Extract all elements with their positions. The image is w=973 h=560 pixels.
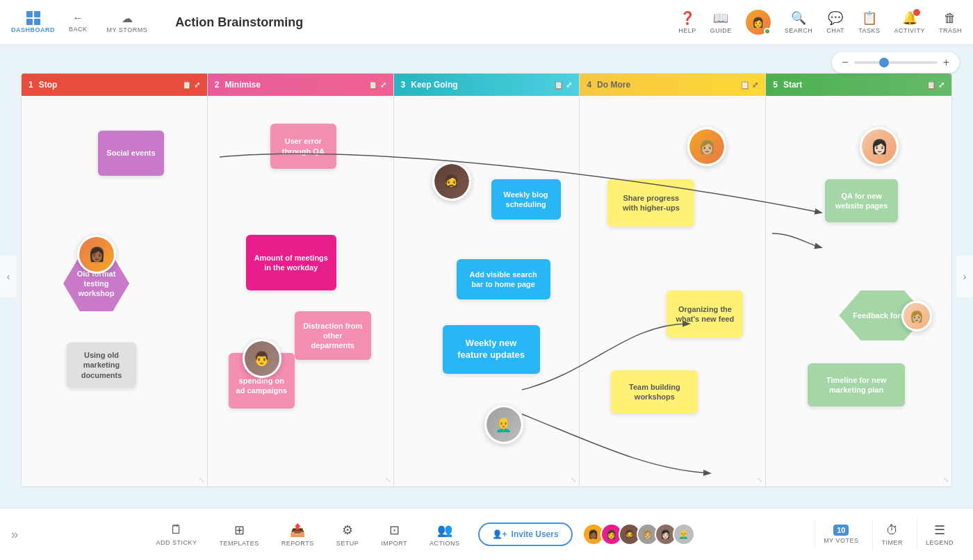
add-sticky-button[interactable]: 🗒 ADD STICKY <box>146 518 206 550</box>
back-button[interactable]: ← BACK <box>63 9 93 35</box>
avatar-bubble-col5: 👩🏻 <box>860 127 899 166</box>
column-minimise: 2 Minimise 📋 ⤢ User error through QA Amo… <box>208 74 394 486</box>
user-photo-col3b: 👨‍🦲 <box>486 407 521 442</box>
board: 1 Stop 📋 ⤢ 👩🏾 Social events Old format t… <box>21 73 952 487</box>
col-4-title: Do More <box>597 80 735 90</box>
col-3-header: 3 Keep Going 📋 ⤢ <box>394 74 580 96</box>
resize-col2[interactable]: ⤡ <box>385 476 391 484</box>
my-storms-label: MY STORMS <box>107 26 148 33</box>
user-photo-col5: 👩🏻 <box>862 129 897 164</box>
back-label: BACK <box>69 26 88 33</box>
sticky-search-bar[interactable]: Add visible search bar to home page <box>457 259 550 299</box>
col-1-body: 👩🏾 Social events Old format testing work… <box>22 96 207 486</box>
sticky-team-building[interactable]: Team building workshops <box>611 370 698 413</box>
column-keep-going: 3 Keep Going 📋 ⤢ 🧔 Weekly blog schedulin… <box>394 74 580 486</box>
import-label: IMPORT <box>381 540 407 547</box>
activity-button[interactable]: 🔔 ACTIVITY <box>894 10 925 34</box>
sticky-organizing[interactable]: Organizing the what's new feed <box>667 290 743 338</box>
timer-icon: ⏱ <box>886 523 899 538</box>
sticky-user-error[interactable]: User error through QA <box>270 124 336 169</box>
search-button[interactable]: 🔍 SEARCH <box>785 10 813 34</box>
sticky-weekly-updates[interactable]: Weekly new feature updates <box>443 325 540 374</box>
reports-label: REPORTS <box>281 540 314 547</box>
activity-badge <box>913 9 920 16</box>
my-storms-button[interactable]: ☁ MY STORMS <box>101 9 154 36</box>
col-2-num: 2 <box>215 80 220 90</box>
timer-label: TIMER <box>881 539 903 546</box>
chat-button[interactable]: 💬 CHAT <box>826 10 844 34</box>
col-4-icons[interactable]: 📋 ⤢ <box>740 81 758 90</box>
col-3-title: Keep Going <box>411 80 548 90</box>
collaborator-6: 👨‍🦲 <box>673 523 695 545</box>
zoom-in-button[interactable]: + <box>943 56 949 69</box>
column-do-more: 4 Do More 📋 ⤢ Share progress with higher… <box>580 74 766 486</box>
user-avatar[interactable]: 👩 <box>746 10 771 35</box>
resize-col1[interactable]: ⤡ <box>199 476 204 484</box>
legend-label: LEGEND <box>926 539 954 546</box>
bottom-expand-button[interactable]: » <box>11 527 18 542</box>
sticky-share-progress[interactable]: Share progress with higher-ups <box>607 179 694 227</box>
nav-right-group: ❓ HELP 📖 GUIDE 👩 🔍 SEARCH 💬 CHAT 📋 TASKS… <box>678 10 962 35</box>
col-3-body: 🧔 Weekly blog scheduling Add visible sea… <box>394 96 580 486</box>
guide-button[interactable]: 📖 GUIDE <box>710 10 732 34</box>
trash-button[interactable]: 🗑 TRASH <box>939 11 962 34</box>
templates-label: TEMPLATES <box>220 540 259 547</box>
actions-button[interactable]: 👥 ACTIONS <box>420 518 470 551</box>
back-icon: ← <box>72 12 83 24</box>
trash-label: TRASH <box>939 27 962 34</box>
sticky-blog-scheduling[interactable]: Weekly blog scheduling <box>491 179 561 220</box>
sticky-social-events[interactable]: Social events <box>98 131 164 176</box>
setup-icon: ⚙ <box>342 522 353 538</box>
help-button[interactable]: ❓ HELP <box>678 10 696 34</box>
invite-icon: 👤+ <box>492 529 507 539</box>
activity-label: ACTIVITY <box>894 27 925 34</box>
zoom-track[interactable] <box>854 61 938 64</box>
my-votes-label: MY VOTES <box>824 537 858 544</box>
sticky-old-marketing[interactable]: Using old marketing documents <box>67 343 136 388</box>
sticky-qa-website[interactable]: QA for new website pages <box>825 179 898 222</box>
reports-icon: 📤 <box>290 522 305 538</box>
guide-icon: 📖 <box>713 10 728 26</box>
sticky-timeline[interactable]: Timeline for new marketing plan <box>808 363 905 406</box>
dashboard-label: DASHBOARD <box>11 26 55 33</box>
dashboard-button[interactable]: DASHBOARD <box>11 11 55 33</box>
col-2-icons[interactable]: 📋 ⤢ <box>368 81 386 90</box>
user-photo-col2: 👨 <box>245 341 279 376</box>
col-3-icons[interactable]: 📋 ⤢ <box>554 81 572 90</box>
col-4-body: Share progress with higher-ups 👩🏼 Organi… <box>580 96 765 486</box>
user-photo-col1: 👩🏾 <box>79 237 114 272</box>
scroll-left-button[interactable]: ‹ <box>0 256 17 297</box>
invite-users-button[interactable]: 👤+ Invite Users <box>478 522 573 546</box>
sticky-meetings[interactable]: Amount of meetings in the workday <box>246 235 336 290</box>
legend-icon: ☰ <box>934 522 945 538</box>
import-button[interactable]: ⊡ IMPORT <box>371 518 417 551</box>
avatar-bubble-col3: 🧔 <box>432 162 471 201</box>
templates-icon: ⊞ <box>234 522 245 538</box>
col-1-title: Stop <box>39 80 177 90</box>
resize-col4[interactable]: ⤡ <box>757 476 762 484</box>
legend-button[interactable]: ☰ LEGEND <box>917 518 962 550</box>
templates-button[interactable]: ⊞ TEMPLATES <box>210 518 269 551</box>
tasks-icon: 📋 <box>862 10 877 26</box>
setup-label: SETUP <box>336 540 359 547</box>
col-5-header: 5 Start 📋 ⤢ <box>766 74 951 96</box>
resize-col5[interactable]: ⤡ <box>943 476 949 484</box>
zoom-thumb[interactable] <box>879 58 889 67</box>
my-votes-button[interactable]: 10 MY VOTES <box>815 520 867 548</box>
avatar-bubble-col1: 👩🏾 <box>77 235 116 274</box>
col-1-num: 1 <box>28 80 33 90</box>
avatar-bubble-col4: 👩🏼 <box>687 127 726 166</box>
col-1-icons[interactable]: 📋 ⤢ <box>182 81 200 90</box>
scroll-right-button[interactable]: › <box>956 256 973 297</box>
setup-button[interactable]: ⚙ SETUP <box>327 518 369 551</box>
help-label: HELP <box>678 27 696 34</box>
resize-col3[interactable]: ⤡ <box>571 476 576 484</box>
sticky-distraction[interactable]: Distraction from other deparments <box>295 311 371 360</box>
zoom-out-button[interactable]: − <box>842 56 848 69</box>
col-5-icons[interactable]: 📋 ⤢ <box>926 81 945 90</box>
col-2-body: User error through QA Amount of meetings… <box>208 96 393 486</box>
bottom-tools: 🗒 ADD STICKY ⊞ TEMPLATES 📤 REPORTS ⚙ SET… <box>32 518 815 551</box>
reports-button[interactable]: 📤 REPORTS <box>272 518 324 551</box>
tasks-button[interactable]: 📋 TASKS <box>858 10 880 34</box>
timer-button[interactable]: ⏱ TIMER <box>872 519 911 550</box>
